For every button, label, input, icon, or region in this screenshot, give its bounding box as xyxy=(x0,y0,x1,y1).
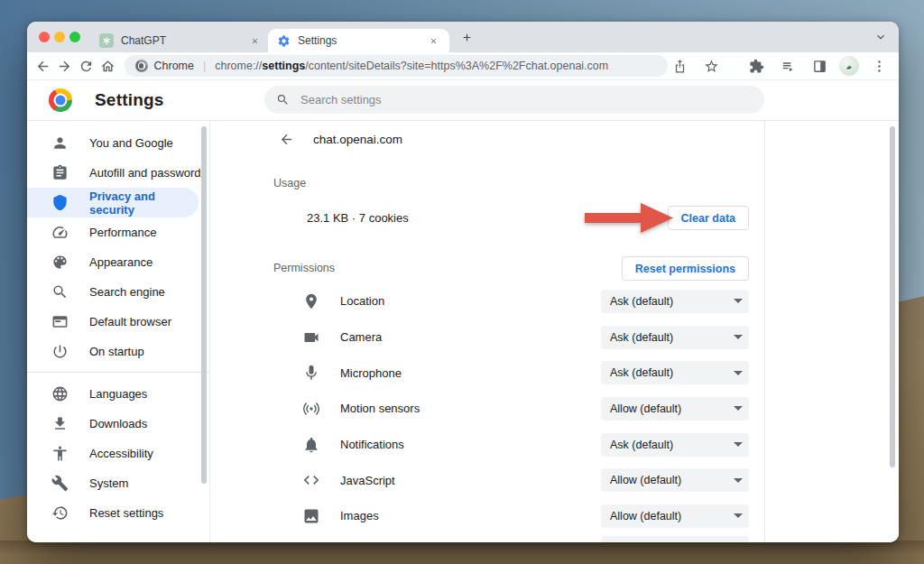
chrome-logo-icon xyxy=(49,88,72,112)
tab-title: Settings xyxy=(298,34,419,47)
tab-chatgpt[interactable]: ChatGPT xyxy=(90,29,271,52)
permission-value: Ask (default) xyxy=(610,366,673,379)
permission-dropdown-camera[interactable]: Ask (default) xyxy=(601,326,749,349)
permission-dropdown-location[interactable]: Ask (default) xyxy=(601,290,749,313)
new-tab-button[interactable] xyxy=(457,28,476,46)
page-title: Settings xyxy=(95,90,164,110)
dropdown-caret-icon xyxy=(734,299,743,303)
settings-search-box[interactable] xyxy=(264,86,764,114)
power-icon xyxy=(51,343,69,360)
permission-dropdown-notifications[interactable]: Ask (default) xyxy=(601,433,749,457)
sensors-icon-wrap xyxy=(302,400,320,418)
permission-label: Images xyxy=(340,509,379,522)
profile-avatar[interactable] xyxy=(839,56,859,76)
wrench-icon xyxy=(51,475,69,492)
chrome-logo-icon xyxy=(135,60,148,72)
sidebar-item-downloads[interactable]: Downloads xyxy=(27,409,209,439)
permission-dropdown-microphone[interactable]: Ask (default) xyxy=(601,361,749,384)
dropdown-caret-icon xyxy=(734,371,743,375)
notifications-icon xyxy=(302,436,320,454)
sidebar-item-label: Privacy and security xyxy=(89,190,199,217)
permission-dropdown-motion-sensors[interactable]: Allow (default) xyxy=(601,397,749,421)
extensions-puzzle-icon[interactable] xyxy=(744,54,768,78)
permission-dropdown-javascript[interactable]: Allow (default) xyxy=(601,468,749,492)
sidebar-item-privacy-and-security[interactable]: Privacy and security xyxy=(27,188,199,217)
sidebar-item-label: Reset settings xyxy=(89,506,163,520)
download-icon xyxy=(51,415,69,432)
settings-search-input[interactable] xyxy=(299,92,753,107)
url-text: chrome://settings/content/siteDetails?si… xyxy=(215,60,608,72)
home-button[interactable] xyxy=(97,54,119,78)
permission-value: Ask (default) xyxy=(610,439,673,451)
sidebar-item-performance[interactable]: Performance xyxy=(27,217,209,247)
reading-list-icon[interactable] xyxy=(776,54,799,78)
sidebar-item-appearance[interactable]: Appearance xyxy=(27,247,209,277)
clear-data-button[interactable]: Clear data xyxy=(668,206,749,230)
microphone-icon xyxy=(302,364,320,382)
sidebar-item-accessibility[interactable]: Accessibility xyxy=(27,439,209,468)
dropdown-caret-icon xyxy=(734,406,743,411)
reload-button[interactable] xyxy=(76,54,97,78)
sidebar-scrollbar[interactable] xyxy=(201,126,207,484)
settings-header: Settings xyxy=(27,80,899,121)
sidebar-item-label: Accessibility xyxy=(89,447,153,460)
globe-icon xyxy=(51,385,69,402)
permission-row-microphone: MicrophoneAsk (default) xyxy=(262,355,764,391)
javascript-icon xyxy=(302,471,320,489)
dropdown-caret-icon xyxy=(734,335,743,339)
usage-value: 23.1 KB · 7 cookies xyxy=(307,211,409,225)
location-icon xyxy=(302,292,320,310)
minimize-window-button[interactable] xyxy=(54,32,65,42)
permission-value: Allow (default) xyxy=(610,474,681,486)
permission-label: Location xyxy=(340,294,384,308)
settings-body: You and GoogleAutofill and passwordsPriv… xyxy=(27,121,899,542)
reset-icon xyxy=(51,504,69,522)
side-panel-icon[interactable] xyxy=(808,54,831,78)
forward-button[interactable] xyxy=(54,54,76,78)
sidebar-item-autofill-and-passwords[interactable]: Autofill and passwords xyxy=(27,158,209,188)
tab-close-icon[interactable] xyxy=(247,33,262,48)
sidebar-item-languages[interactable]: Languages xyxy=(27,379,209,409)
browser-icon xyxy=(51,313,69,330)
back-arrow-icon[interactable] xyxy=(279,132,294,147)
address-bar[interactable]: Chrome | chrome://settings/content/siteD… xyxy=(125,55,669,77)
close-window-button[interactable] xyxy=(39,32,50,42)
javascript-icon-wrap xyxy=(302,471,320,489)
sidebar-item-label: Languages xyxy=(89,387,147,401)
sidebar-item-label: Autofill and passwords xyxy=(89,166,207,180)
permission-row-location: LocationAsk (default) xyxy=(262,283,764,319)
sidebar-item-on-startup[interactable]: On startup xyxy=(27,337,209,366)
autofill-icon xyxy=(51,164,69,181)
permission-dropdown-images[interactable]: Allow (default) xyxy=(601,504,749,528)
tab-close-icon[interactable] xyxy=(426,33,440,48)
back-button[interactable] xyxy=(32,54,54,78)
sidebar-item-you-and-google[interactable]: You and Google xyxy=(27,128,209,158)
zoom-window-button[interactable] xyxy=(69,32,80,42)
browser-toolbar: Chrome | chrome://settings/content/siteD… xyxy=(27,52,899,80)
toolbar-right-icons xyxy=(668,54,891,78)
sidebar-item-search-engine[interactable]: Search engine xyxy=(27,277,209,307)
partial-dropdown xyxy=(601,536,749,542)
dropdown-caret-icon xyxy=(734,513,743,518)
tab-settings[interactable]: Settings xyxy=(268,29,449,52)
url-separator: | xyxy=(200,60,208,72)
chevron-down-icon[interactable] xyxy=(873,30,888,44)
browser-menu-icon[interactable] xyxy=(867,54,891,78)
reset-permissions-button[interactable]: Reset permissions xyxy=(622,256,749,281)
camera-icon-wrap xyxy=(302,328,320,347)
page-scrollbar[interactable] xyxy=(890,126,895,467)
site-details-card: chat.openai.com Usage 23.1 KB · 7 cookie… xyxy=(262,121,765,542)
sidebar-item-system[interactable]: System xyxy=(27,468,209,498)
share-icon[interactable] xyxy=(668,54,691,78)
sidebar-item-reset-settings[interactable]: Reset settings xyxy=(27,498,209,528)
permission-row-notifications: NotificationsAsk (default) xyxy=(262,427,764,463)
sidebar-item-default-browser[interactable]: Default browser xyxy=(27,307,209,337)
sidebar-divider xyxy=(27,372,209,373)
tab-title: ChatGPT xyxy=(121,34,240,47)
dropdown-caret-icon xyxy=(734,478,743,483)
permissions-section-label: Permissions xyxy=(273,262,335,274)
permission-label: Camera xyxy=(340,330,382,344)
settings-gear-favicon-icon xyxy=(277,34,291,48)
bookmark-star-icon[interactable] xyxy=(699,54,723,78)
dropdown-caret-icon xyxy=(734,442,743,447)
